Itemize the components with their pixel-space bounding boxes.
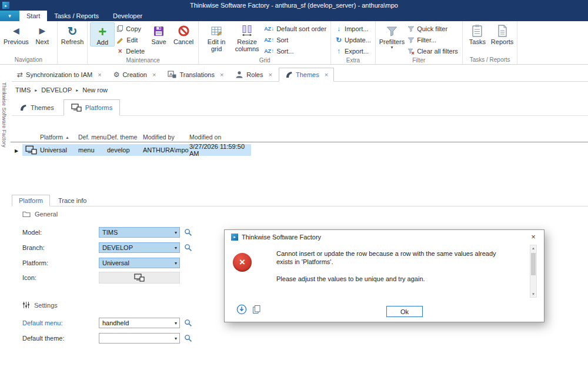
platform-combobox[interactable]: Universal ▾ bbox=[99, 258, 180, 268]
reports-button[interactable]: Reports bbox=[490, 22, 515, 45]
resize-columns-button[interactable]: Resize columns bbox=[232, 22, 262, 52]
field-branch: Branch: DEVELOP ▾ bbox=[22, 242, 192, 253]
sync-icon: ⇄ bbox=[17, 71, 23, 79]
sort-more-button[interactable]: AZ↑ Sort... bbox=[262, 45, 328, 56]
window-title: Thinkwise Software Factory - anthura_sf … bbox=[0, 2, 588, 9]
scroll-up-icon[interactable]: ▲ bbox=[530, 246, 536, 250]
chevron-down-icon[interactable]: ▾ bbox=[175, 321, 177, 326]
close-icon[interactable]: × bbox=[152, 71, 156, 78]
branch-lookup-button[interactable] bbox=[184, 244, 192, 252]
app-menu-button[interactable]: ▾ bbox=[0, 11, 19, 21]
funnel-clear-icon bbox=[407, 48, 415, 55]
field-icon: Icon: bbox=[22, 272, 180, 284]
chevron-down-icon: ▾ bbox=[8, 13, 11, 19]
dialog-message-line1: Cannot insert or update the row because … bbox=[276, 249, 513, 266]
default-theme-lookup-button[interactable] bbox=[184, 334, 192, 342]
column-header-def-menu[interactable]: Def. menu bbox=[78, 132, 107, 142]
sub-tab-platforms[interactable]: Platforms bbox=[64, 99, 120, 116]
download-circle-icon bbox=[236, 304, 247, 315]
theme-brush-icon bbox=[19, 104, 27, 112]
copy-details-button[interactable] bbox=[252, 305, 261, 316]
table-row[interactable]: ▶ Universal menu develop ANTHURA\mpo 3/2… bbox=[11, 144, 588, 156]
edit-in-grid-icon bbox=[211, 25, 223, 37]
update-button[interactable]: ↻ Update... bbox=[333, 34, 373, 45]
branch-combobox[interactable]: DEVELOP ▾ bbox=[99, 242, 180, 253]
scroll-down-icon[interactable]: ▼ bbox=[530, 292, 536, 296]
default-menu-combobox[interactable]: handheld ▾ bbox=[99, 318, 180, 328]
tasks-button[interactable]: Tasks bbox=[465, 22, 490, 45]
sub-tab-themes[interactable]: Themes bbox=[12, 99, 61, 115]
close-icon[interactable]: × bbox=[98, 71, 101, 78]
import-button[interactable]: ↓ Import... bbox=[333, 23, 373, 34]
tab-developer[interactable]: Developer bbox=[106, 11, 149, 21]
breadcrumb-separator-icon: ▸ bbox=[35, 88, 37, 93]
scrollbar-thumb[interactable] bbox=[531, 253, 536, 275]
clear-all-filters-button[interactable]: Clear all filters bbox=[406, 45, 460, 56]
doc-tab-themes[interactable]: Themes × bbox=[279, 68, 334, 82]
ribbon-group-extra: ↓ Import... ↻ Update... ↑ Export... Extr… bbox=[331, 21, 376, 64]
prefilters-button[interactable]: Prefilters ▾ bbox=[378, 22, 406, 50]
group-label-tasks-reports: Tasks / Reports bbox=[463, 56, 517, 64]
chevron-down-icon[interactable]: ▾ bbox=[175, 336, 177, 341]
default-theme-combobox[interactable]: ▾ bbox=[99, 333, 180, 344]
doc-tab-creation[interactable]: ⚙ Creation × bbox=[108, 68, 162, 81]
breadcrumb-branch[interactable]: DEVELOP bbox=[41, 86, 72, 94]
default-sort-order-button[interactable]: AZ↓ Default sort order bbox=[262, 23, 328, 34]
docked-panel-tab[interactable]: Thinkwise Software Factory bbox=[1, 82, 7, 153]
close-icon[interactable]: × bbox=[527, 232, 540, 241]
edit-in-grid-button[interactable]: Edit in grid bbox=[201, 22, 232, 52]
field-default-theme: Default theme: ▾ bbox=[22, 333, 192, 344]
cancel-button[interactable]: Cancel bbox=[171, 22, 196, 45]
funnel-icon bbox=[407, 36, 415, 44]
column-header-platform[interactable]: Platform ▲ bbox=[40, 132, 78, 142]
column-header-modified-by[interactable]: Modified by bbox=[143, 132, 189, 142]
close-icon[interactable]: × bbox=[268, 71, 272, 78]
current-row-indicator-icon: ▶ bbox=[15, 148, 18, 154]
dialog-message-line2: Please adjust the values to be unique an… bbox=[276, 275, 513, 283]
error-icon: × bbox=[233, 253, 252, 272]
close-icon[interactable]: × bbox=[220, 71, 223, 78]
dialog-title-bar[interactable]: ▸ Thinkwise Software Factory × bbox=[225, 230, 544, 244]
dialog-scrollbar[interactable]: ▲ ▼ bbox=[530, 245, 537, 298]
doc-tab-translations[interactable]: A Translations × bbox=[162, 68, 229, 81]
doc-tab-synchronization-to-iam[interactable]: ⇄ Synchronization to IAM × bbox=[12, 68, 107, 81]
next-button[interactable]: ▶ Next bbox=[30, 22, 55, 45]
edit-button[interactable]: Edit bbox=[115, 34, 146, 45]
tab-tasks-reports[interactable]: Tasks / Reports bbox=[47, 11, 106, 21]
model-combobox[interactable]: TIMS ▾ bbox=[99, 227, 180, 238]
ribbon: ◀ Previous ▶ Next Navigation ↻ Refresh bbox=[0, 21, 588, 65]
application-window: ▸ Thinkwise Software Factory - anthura_s… bbox=[0, 0, 588, 380]
copy-button[interactable]: Copy bbox=[115, 23, 146, 34]
chevron-down-icon[interactable]: ▾ bbox=[175, 230, 177, 235]
detail-tab-platform[interactable]: Platform bbox=[12, 195, 50, 206]
close-icon[interactable]: × bbox=[325, 71, 328, 78]
filter-button[interactable]: Filter... bbox=[406, 34, 460, 45]
default-menu-lookup-button[interactable] bbox=[184, 319, 192, 327]
tab-start[interactable]: Start bbox=[19, 11, 47, 21]
previous-button[interactable]: ◀ Previous bbox=[2, 22, 30, 45]
ok-button[interactable]: Ok bbox=[386, 306, 423, 317]
export-button[interactable]: ↑ Export... bbox=[333, 45, 373, 56]
cancel-no-entry-icon bbox=[178, 25, 190, 37]
refresh-button[interactable]: ↻ Refresh bbox=[60, 22, 85, 45]
quick-filter-button[interactable]: Quick filter bbox=[406, 23, 460, 34]
column-header-modified-on[interactable]: Modified on bbox=[189, 132, 251, 142]
breadcrumb-model[interactable]: TIMS bbox=[15, 86, 31, 94]
chevron-down-icon[interactable]: ▾ bbox=[175, 245, 177, 251]
add-button[interactable]: + Add bbox=[90, 22, 115, 46]
column-header-def-theme[interactable]: Def. theme bbox=[107, 132, 143, 142]
icon-picker-button[interactable] bbox=[99, 272, 180, 284]
group-label-extra: Extra bbox=[331, 56, 375, 65]
cell-modified-on: 3/27/2026 11:59:50 AM bbox=[189, 144, 251, 156]
doc-tab-roles[interactable]: Roles × bbox=[230, 68, 278, 81]
ribbon-group-navigation: ◀ Previous ▶ Next Navigation bbox=[0, 21, 58, 64]
sort-button[interactable]: AZ↑ Sort bbox=[262, 34, 328, 45]
arrow-right-icon: ▶ bbox=[39, 26, 45, 35]
model-lookup-button[interactable] bbox=[184, 228, 192, 236]
save-button[interactable]: Save bbox=[146, 22, 171, 45]
save-details-button[interactable] bbox=[236, 304, 247, 317]
delete-button[interactable]: × Delete bbox=[115, 45, 146, 56]
breadcrumb-page[interactable]: New row bbox=[82, 86, 108, 94]
detail-tab-trace-info[interactable]: Trace info bbox=[52, 195, 93, 206]
chevron-down-icon[interactable]: ▾ bbox=[175, 261, 177, 266]
